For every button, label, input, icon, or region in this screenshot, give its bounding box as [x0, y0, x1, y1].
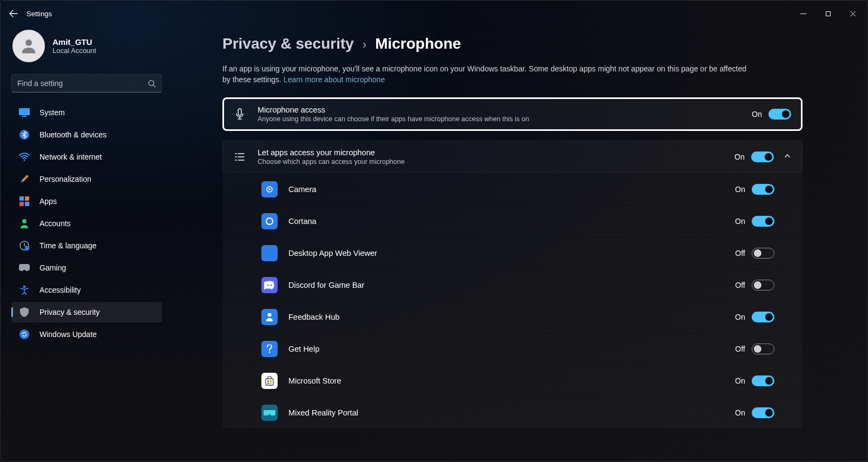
- app-row: Get HelpOff: [222, 333, 803, 365]
- sidebar-item-accounts[interactable]: Accounts: [11, 213, 162, 234]
- sidebar-item-network[interactable]: Network & internet: [11, 147, 162, 167]
- app-toggle[interactable]: [752, 344, 774, 354]
- update-icon: [18, 328, 31, 341]
- app-icon: [261, 373, 278, 389]
- microphone-icon: [234, 108, 246, 120]
- search-input[interactable]: [17, 79, 148, 88]
- svg-rect-25: [267, 380, 269, 382]
- sidebar-item-label: Time & language: [40, 241, 96, 250]
- minimize-button[interactable]: [791, 5, 816, 22]
- svg-rect-3: [19, 108, 30, 115]
- svg-rect-27: [267, 382, 269, 384]
- apps-icon: [18, 195, 31, 208]
- sidebar-item-apps[interactable]: Apps: [11, 191, 162, 212]
- person-icon: [19, 36, 38, 56]
- sidebar-item-label: Privacy & security: [40, 308, 100, 316]
- app-icon: [261, 341, 278, 357]
- maximize-icon: [825, 11, 831, 17]
- app-state: Off: [735, 345, 745, 353]
- learn-more-link[interactable]: Learn more about microphone: [284, 75, 385, 84]
- svg-rect-28: [270, 382, 272, 384]
- svg-point-19: [266, 218, 273, 225]
- breadcrumb: Privacy & security › Microphone: [222, 33, 803, 52]
- maximize-button[interactable]: [816, 5, 840, 22]
- close-button[interactable]: [840, 5, 865, 22]
- sidebar-item-bluetooth[interactable]: Bluetooth & devices: [11, 124, 162, 145]
- window-title: Settings: [27, 10, 52, 18]
- back-button[interactable]: [3, 3, 24, 24]
- breadcrumb-parent[interactable]: Privacy & security: [222, 35, 354, 52]
- sidebar-item-privacy-security[interactable]: Privacy & security: [11, 302, 162, 322]
- app-toggle[interactable]: [752, 248, 774, 259]
- sidebar-item-label: Gaming: [40, 263, 66, 272]
- person-icon: [18, 217, 31, 230]
- app-toggle[interactable]: [752, 280, 774, 291]
- app-state: On: [735, 408, 745, 417]
- svg-point-18: [268, 188, 271, 190]
- sidebar-item-system[interactable]: System: [11, 102, 162, 123]
- app-state: Off: [735, 249, 745, 258]
- app-row: Desktop App Web ViewerOff: [222, 237, 803, 269]
- microphone-access-card[interactable]: Microphone access Anyone using this devi…: [222, 97, 803, 131]
- let-apps-access-card[interactable]: Let apps access your microphone Choose w…: [222, 141, 803, 173]
- sidebar-item-windows-update[interactable]: Windows Update: [11, 324, 162, 345]
- app-row: Mixed Reality PortalOn: [222, 397, 803, 428]
- brush-icon: [18, 173, 31, 186]
- app-row: Microsoft StoreOn: [222, 365, 803, 397]
- app-row: CortanaOn: [222, 205, 803, 237]
- sidebar-item-time-language[interactable]: Time & language: [11, 235, 162, 256]
- shield-icon: [18, 306, 31, 319]
- sidebar-item-label: Accounts: [40, 219, 71, 228]
- app-icon: [261, 181, 278, 197]
- svg-rect-7: [19, 196, 24, 201]
- titlebar: Settings: [1, 1, 867, 27]
- clock-globe-icon: [18, 239, 31, 252]
- app-row: Feedback HubOn: [222, 301, 803, 333]
- app-name: Get Help: [288, 345, 319, 353]
- let-apps-subtitle: Choose which apps can access your microp…: [258, 158, 405, 166]
- svg-rect-9: [19, 202, 24, 206]
- svg-point-15: [19, 329, 29, 339]
- gamepad-icon: [18, 261, 31, 274]
- svg-rect-0: [826, 11, 830, 16]
- sidebar-item-gaming[interactable]: Gaming: [11, 258, 162, 278]
- app-toggle[interactable]: [752, 184, 774, 195]
- chevron-up-icon[interactable]: [784, 152, 791, 162]
- sidebar-item-label: Bluetooth & devices: [40, 130, 107, 139]
- svg-rect-10: [25, 202, 29, 206]
- let-apps-toggle[interactable]: [751, 151, 774, 162]
- content: Privacy & security › Microphone If an ap…: [168, 27, 867, 461]
- svg-rect-4: [22, 116, 27, 117]
- app-row: Discord for Game BarOff: [222, 269, 803, 301]
- sidebar-item-label: Personalization: [40, 175, 91, 183]
- nav-list: System Bluetooth & devices Network & int…: [11, 102, 162, 345]
- app-toggle[interactable]: [752, 407, 774, 418]
- window-controls: [791, 5, 865, 22]
- app-name: Cortana: [288, 217, 317, 226]
- app-name: Microsoft Store: [288, 377, 341, 385]
- svg-point-6: [24, 160, 25, 161]
- svg-point-2: [149, 80, 154, 85]
- app-row: CameraOn: [222, 173, 803, 205]
- app-toggle[interactable]: [752, 216, 774, 227]
- mic-access-title: Microphone access: [258, 105, 529, 114]
- app-icon: [261, 277, 278, 293]
- intro-text: If an app is using your microphone, you'…: [222, 63, 753, 85]
- let-apps-title: Let apps access your microphone: [258, 148, 405, 157]
- app-toggle[interactable]: [752, 312, 774, 322]
- app-toggle[interactable]: [752, 375, 774, 386]
- sidebar-item-label: Apps: [40, 197, 57, 206]
- svg-rect-16: [238, 109, 241, 115]
- app-name: Mixed Reality Portal: [288, 408, 358, 417]
- app-state: On: [735, 377, 745, 385]
- app-icon: [261, 405, 278, 421]
- sidebar-item-personalization[interactable]: Personalization: [11, 169, 162, 189]
- mic-access-toggle[interactable]: [768, 109, 791, 120]
- search-box[interactable]: [11, 74, 162, 93]
- sidebar-item-accessibility[interactable]: Accessibility: [11, 280, 162, 300]
- profile-block[interactable]: Amit_GTU Local Account: [11, 27, 162, 72]
- app-name: Desktop App Web Viewer: [288, 249, 377, 258]
- sidebar-item-label: Network & internet: [40, 153, 102, 161]
- app-state: On: [735, 217, 745, 226]
- svg-point-14: [23, 286, 26, 288]
